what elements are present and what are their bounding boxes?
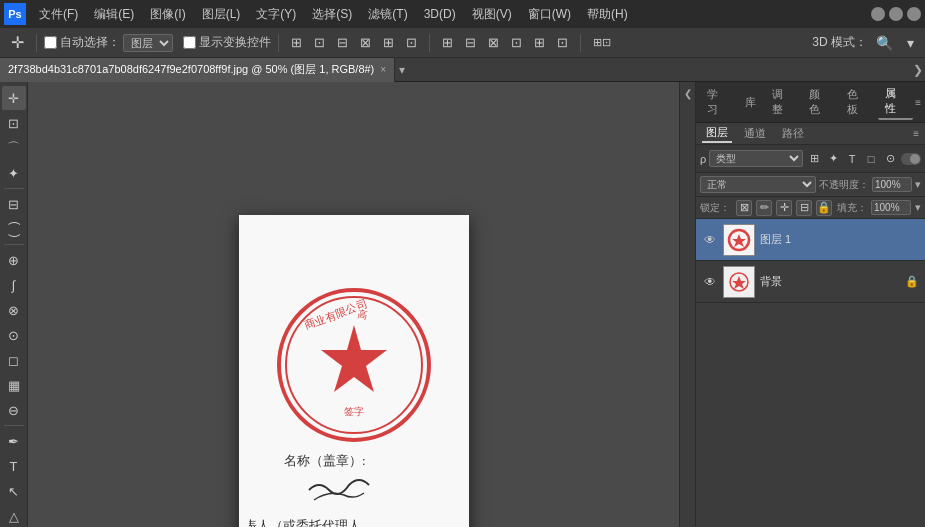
- active-tab[interactable]: 2f738bd4b31c8701a7b08df6247f9e2f0708ff9f…: [0, 58, 395, 82]
- menu-3d[interactable]: 3D(D): [417, 5, 463, 23]
- right-panel-menu-icon[interactable]: ≡: [915, 97, 921, 108]
- lock-px-icon[interactable]: ⊠: [736, 200, 752, 216]
- history-btn[interactable]: ⊙: [2, 323, 26, 347]
- mid-panel: ❮ ⊞ ▶ ⊟ ≡: [679, 82, 695, 527]
- layers-panel-header: 图层 通道 路径 ≡: [696, 123, 925, 145]
- right-tab-properties[interactable]: 属性: [878, 84, 914, 120]
- filter-smart-icon[interactable]: ⊙: [882, 151, 898, 167]
- toolbar-sep-1: [36, 34, 37, 52]
- lock-draw-icon[interactable]: ✏: [756, 200, 772, 216]
- opacity-input[interactable]: [872, 177, 912, 192]
- layer-filter-dropdown[interactable]: 类型: [709, 150, 803, 167]
- right-tab-swatches[interactable]: 色板: [840, 85, 876, 119]
- filter-shape-icon[interactable]: □: [863, 151, 879, 167]
- layer-bg-visibility-icon[interactable]: 👁: [702, 274, 718, 290]
- right-tab-library[interactable]: 库: [738, 93, 763, 112]
- menu-window[interactable]: 窗口(W): [521, 4, 578, 25]
- tab-overflow-btn[interactable]: ▾: [395, 60, 409, 80]
- lasso-tool-btn[interactable]: ⌒: [2, 136, 26, 160]
- selection-tool-btn[interactable]: ⊡: [2, 111, 26, 135]
- shape-btn[interactable]: △: [2, 504, 26, 527]
- layer-select-dropdown[interactable]: 图层: [123, 34, 173, 52]
- right-tab-color[interactable]: 颜色: [802, 85, 838, 119]
- menu-view[interactable]: 视图(V): [465, 4, 519, 25]
- fill-input[interactable]: [871, 200, 911, 215]
- menu-image[interactable]: 图像(I): [143, 4, 192, 25]
- close-btn[interactable]: [907, 7, 921, 21]
- align-middle-icon[interactable]: ⊞: [378, 33, 399, 52]
- menu-file[interactable]: 文件(F): [32, 4, 85, 25]
- maximize-btn[interactable]: [889, 7, 903, 21]
- lock-move-icon[interactable]: ✛: [776, 200, 792, 216]
- crop-tool-btn[interactable]: ⊟: [2, 192, 26, 216]
- dodge-btn[interactable]: ⊖: [2, 398, 26, 422]
- align-center-icon[interactable]: ⊡: [309, 33, 330, 52]
- svg-marker-2: [321, 325, 387, 392]
- text-btn[interactable]: T: [2, 454, 26, 478]
- layer-bg-thumbnail: [723, 266, 755, 298]
- gradient-btn[interactable]: ▦: [2, 373, 26, 397]
- tab-collapse-right-btn[interactable]: ❯: [911, 60, 925, 80]
- path-select-btn[interactable]: ↖: [2, 479, 26, 503]
- mode-3d-label: 3D 模式：: [812, 34, 867, 51]
- layer-item-1[interactable]: 👁 图层 1: [696, 219, 925, 261]
- menu-layer[interactable]: 图层(L): [195, 4, 248, 25]
- align-top-icon[interactable]: ⊠: [355, 33, 376, 52]
- magic-wand-btn[interactable]: ✦: [2, 161, 26, 185]
- svg-text:名称（盖章）:: 名称（盖章）:: [284, 453, 366, 468]
- align-left-icon[interactable]: ⊞: [286, 33, 307, 52]
- filter-adj-icon[interactable]: ✦: [825, 151, 841, 167]
- distrib-top-icon[interactable]: ⊠: [483, 33, 504, 52]
- eyedropper-btn[interactable]: ⁐: [2, 217, 26, 241]
- spot-heal-btn[interactable]: ⊕: [2, 248, 26, 272]
- opacity-dropdown-icon[interactable]: ▾: [915, 178, 921, 191]
- layers-panel-menu-icon[interactable]: ≡: [913, 128, 919, 139]
- layers-tab-paths[interactable]: 路径: [778, 125, 808, 142]
- menu-text[interactable]: 文字(Y): [249, 4, 303, 25]
- right-panel: 学习 库 调整 颜色 色板 属性 ≡ 图层 通道 路径 ≡ ρ 类型: [695, 82, 925, 527]
- filter-toggle[interactable]: [901, 153, 921, 165]
- show-transform-checkbox[interactable]: [183, 36, 196, 49]
- canvas-inner: 商业有限公司 高 签字 名称（盖章）: 表人（或委托代理人: [28, 82, 679, 527]
- distrib-hcenter-icon[interactable]: ⊞: [529, 33, 550, 52]
- lock-all-icon[interactable]: 🔒: [816, 200, 832, 216]
- fill-label: 填充：: [837, 201, 867, 215]
- menu-select[interactable]: 选择(S): [305, 4, 359, 25]
- layer-1-visibility-icon[interactable]: 👁: [702, 232, 718, 248]
- svg-text:高: 高: [357, 308, 369, 321]
- distrib-vcenter-icon[interactable]: ⊡: [552, 33, 573, 52]
- right-tab-learn[interactable]: 学习: [700, 85, 736, 119]
- collapse-panel-btn[interactable]: ❮: [681, 86, 695, 100]
- right-tab-adjustments[interactable]: 调整: [765, 85, 801, 119]
- brush-btn[interactable]: ∫: [2, 273, 26, 297]
- menu-filter[interactable]: 滤镜(T): [361, 4, 414, 25]
- pen-btn[interactable]: ✒: [2, 429, 26, 453]
- distrib-left-icon[interactable]: ⊞: [437, 33, 458, 52]
- auto-select-checkbox[interactable]: [44, 36, 57, 49]
- fill-dropdown-icon[interactable]: ▾: [915, 201, 921, 214]
- tab-close-btn[interactable]: ×: [380, 64, 386, 75]
- layer-item-bg[interactable]: 👁 背景 🔒: [696, 261, 925, 303]
- filter-text-icon[interactable]: T: [844, 151, 860, 167]
- menu-help[interactable]: 帮助(H): [580, 4, 635, 25]
- clone-btn[interactable]: ⊗: [2, 298, 26, 322]
- lock-artboard-icon[interactable]: ⊟: [796, 200, 812, 216]
- align-bottom-icon[interactable]: ⊡: [401, 33, 422, 52]
- align-right-icon[interactable]: ⊟: [332, 33, 353, 52]
- search-btn[interactable]: 🔍: [871, 33, 898, 53]
- move-tool-btn[interactable]: ✛: [2, 86, 26, 110]
- eraser-btn[interactable]: ◻: [2, 348, 26, 372]
- document-canvas: 商业有限公司 高 签字 名称（盖章）: 表人（或委托代理人: [239, 215, 469, 527]
- blend-mode-select[interactable]: 正常: [700, 176, 816, 193]
- arrange-icon[interactable]: ⊞⊡: [588, 34, 616, 51]
- move-tool-icon[interactable]: ✛: [6, 31, 29, 54]
- layers-tab-channels[interactable]: 通道: [740, 125, 770, 142]
- distrib-right-icon[interactable]: ⊟: [460, 33, 481, 52]
- lock-label: 锁定：: [700, 201, 730, 215]
- minimize-btn[interactable]: [871, 7, 885, 21]
- menu-edit[interactable]: 编辑(E): [87, 4, 141, 25]
- extra-btn[interactable]: ▾: [902, 33, 919, 53]
- filter-pixel-icon[interactable]: ⊞: [806, 151, 822, 167]
- layers-tab-layers[interactable]: 图层: [702, 124, 732, 143]
- distrib-bottom-icon[interactable]: ⊡: [506, 33, 527, 52]
